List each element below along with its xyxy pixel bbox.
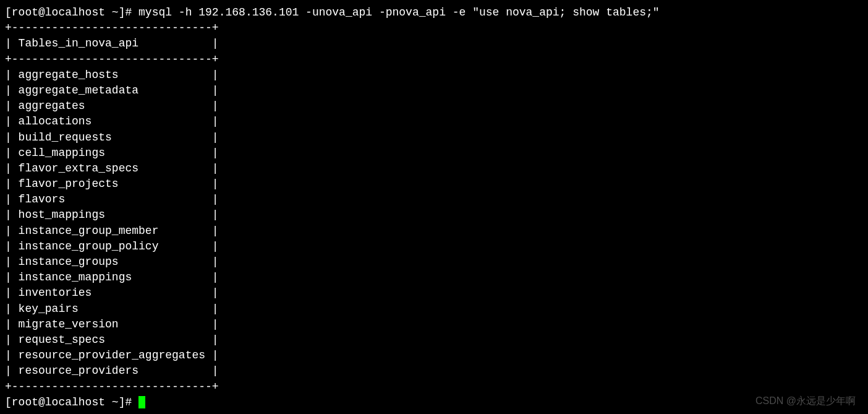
table-header-row: | Tables_in_nova_api | bbox=[5, 36, 863, 51]
table-row: | migrate_version | bbox=[5, 317, 863, 332]
table-row: | request_specs | bbox=[5, 332, 863, 348]
table-row: | key_pairs | bbox=[5, 301, 863, 317]
table-row: | instance_group_member | bbox=[5, 223, 863, 239]
watermark: CSDN @永远是少年啊 bbox=[755, 394, 856, 408]
command-line-2[interactable]: [root@localhost ~]# bbox=[5, 395, 863, 410]
table-row: | instance_groups | bbox=[5, 254, 863, 270]
table-border-top: +------------------------------+ bbox=[5, 20, 863, 36]
table-border-bottom: +------------------------------+ bbox=[5, 379, 863, 395]
table-body: | aggregate_hosts || aggregate_metadata … bbox=[5, 67, 863, 379]
table-header-label: Tables_in_nova_api bbox=[19, 37, 138, 50]
table-row: | allocations | bbox=[5, 114, 863, 129]
table-row: | aggregate_hosts | bbox=[5, 67, 863, 83]
table-row: | cell_mappings | bbox=[5, 145, 863, 161]
shell-prompt: [root@localhost ~]# bbox=[5, 396, 138, 408]
table-border-mid: +------------------------------+ bbox=[5, 52, 863, 67]
shell-prompt: [root@localhost ~]# bbox=[5, 6, 138, 19]
table-row: | aggregates | bbox=[5, 98, 863, 114]
table-row: | build_requests | bbox=[5, 130, 863, 145]
table-row: | aggregate_metadata | bbox=[5, 83, 863, 98]
table-row: | instance_mappings | bbox=[5, 270, 863, 285]
table-row: | inventories | bbox=[5, 285, 863, 301]
table-row: | flavor_projects | bbox=[5, 176, 863, 192]
table-row: | instance_group_policy | bbox=[5, 239, 863, 254]
table-row: | flavors | bbox=[5, 192, 863, 207]
table-row: | host_mappings | bbox=[5, 207, 863, 223]
table-row: | flavor_extra_specs | bbox=[5, 161, 863, 176]
table-row: | resource_provider_aggregates | bbox=[5, 348, 863, 363]
table-row: | resource_providers | bbox=[5, 363, 863, 379]
terminal-cursor bbox=[138, 396, 145, 408]
command-line-1: [root@localhost ~]# mysql -h 192.168.136… bbox=[5, 5, 863, 20]
typed-command: mysql -h 192.168.136.101 -unova_api -pno… bbox=[138, 6, 660, 19]
